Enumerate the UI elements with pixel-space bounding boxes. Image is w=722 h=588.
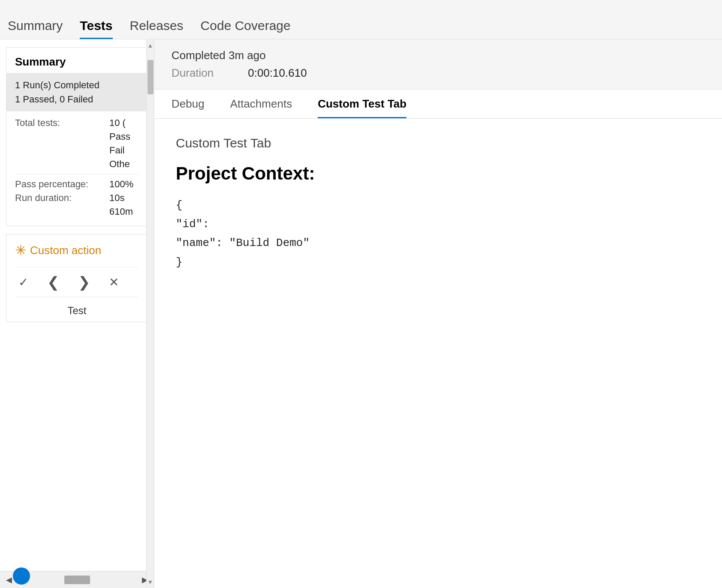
close-button[interactable]: ✕ [105, 273, 122, 291]
json-line-1: { [176, 196, 701, 215]
duration-label: Duration [171, 66, 214, 80]
json-line-4: } [176, 253, 701, 272]
total-tests-value: 10 ( [109, 117, 126, 129]
json-line-3: "name": "Build Demo" [176, 234, 701, 252]
custom-action-title: ✳ Custom action [15, 242, 139, 258]
left-vertical-scrollbar[interactable]: ▲ ▼ [146, 39, 154, 588]
summary-card-title: Summary [6, 48, 147, 73]
scroll-down-arrow[interactable]: ▼ [145, 576, 154, 588]
tab-code-coverage[interactable]: Code Coverage [201, 18, 291, 39]
fail-row: Fail [15, 145, 139, 156]
json-line-2: "id": [176, 215, 701, 234]
right-panel: Completed 3m ago Duration 0:00:10.610 De… [154, 39, 722, 588]
run-duration-row: Run duration: 10s [15, 192, 139, 204]
tab-tests[interactable]: Tests [80, 18, 112, 39]
completed-bar: Completed 3m ago Duration 0:00:10.610 [154, 39, 722, 90]
summary-stats: Total tests: 10 ( Pass Fail Othe Pas [6, 111, 147, 226]
pass-label [15, 131, 109, 142]
custom-test-tab-heading: Custom Test Tab [176, 136, 701, 150]
prev-button[interactable]: ❮ [44, 272, 63, 292]
custom-action-toolbar: ✓ ❮ ❯ ✕ [15, 267, 139, 297]
pass-percentage-value: 100% [109, 179, 133, 190]
custom-action-label-text: Custom action [30, 244, 101, 257]
check-button[interactable]: ✓ [15, 273, 32, 291]
detail-tabs: Debug Attachments Custom Test Tab [154, 90, 722, 119]
other-label [15, 159, 109, 170]
top-navigation: Summary Tests Releases Code Coverage [0, 0, 722, 39]
tab-releases[interactable]: Releases [130, 18, 184, 39]
total-tests-row: Total tests: 10 ( [15, 117, 139, 129]
tab-summary[interactable]: Summary [8, 18, 63, 39]
summary-card: Summary 1 Run(s) Completed 1 Passed, 0 F… [6, 47, 148, 226]
project-context-heading: Project Context: [176, 163, 701, 184]
duration-value: 0:00:10.610 [248, 66, 307, 80]
other-row: Othe [15, 159, 139, 170]
test-label: Test [15, 305, 139, 317]
completed-text: Completed 3m ago [171, 49, 705, 62]
scroll-thumb-horizontal[interactable] [64, 576, 90, 584]
other-value: Othe [109, 159, 130, 170]
total-tests-label: Total tests: [15, 117, 109, 129]
left-panel: Summary 1 Run(s) Completed 1 Passed, 0 F… [0, 39, 154, 588]
detail-content: Custom Test Tab Project Context: { "id":… [154, 119, 722, 588]
run-duration-label2 [15, 206, 109, 217]
custom-action-card: ✳ Custom action ✓ ❮ ❯ ✕ Test [6, 234, 148, 322]
run-duration-value2: 610m [109, 206, 133, 217]
main-layout: Summary 1 Run(s) Completed 1 Passed, 0 F… [0, 39, 722, 588]
next-button[interactable]: ❯ [75, 272, 93, 292]
run-duration-row2: 610m [15, 206, 139, 217]
runs-passed-failed-line: 1 Passed, 0 Failed [15, 92, 139, 106]
tab-custom-test-tab[interactable]: Custom Test Tab [318, 90, 406, 118]
pass-percentage-row: Pass percentage: 100% [15, 179, 139, 190]
asterisk-icon: ✳ [15, 242, 27, 258]
summary-runs-bar: 1 Run(s) Completed 1 Passed, 0 Failed [6, 73, 147, 111]
fail-value: Fail [109, 145, 124, 156]
summary-divider [15, 174, 139, 174]
duration-row: Duration 0:00:10.610 [171, 66, 705, 80]
scroll-up-arrow[interactable]: ▲ [145, 39, 154, 51]
pass-percentage-label: Pass percentage: [15, 179, 109, 190]
vscroll-thumb[interactable] [147, 60, 153, 94]
blue-indicator-circle [13, 567, 30, 585]
pass-row: Pass [15, 131, 139, 142]
fail-label [15, 145, 109, 156]
pass-value: Pass [109, 131, 130, 142]
tab-attachments[interactable]: Attachments [230, 90, 292, 118]
runs-completed-line: 1 Run(s) Completed [15, 78, 139, 92]
json-block: { "id": "name": "Build Demo" } [176, 196, 701, 272]
tab-debug[interactable]: Debug [171, 90, 205, 118]
run-duration-value: 10s [109, 192, 124, 204]
run-duration-label: Run duration: [15, 192, 109, 204]
